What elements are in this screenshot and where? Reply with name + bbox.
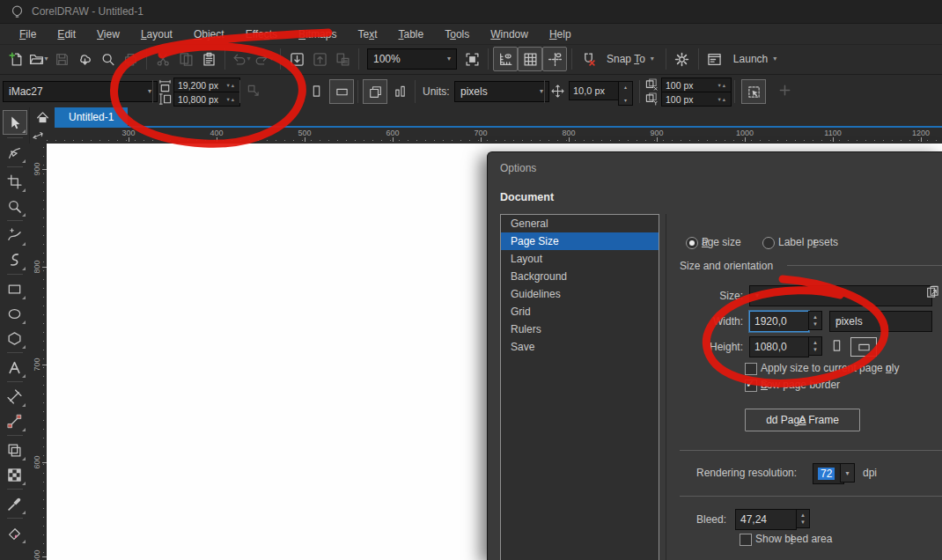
show-bleed-area-checkbox[interactable]: [740, 534, 752, 546]
portrait-orientation-button[interactable]: [305, 79, 327, 102]
page-height-field[interactable]: 10,800 px▾▴: [173, 92, 240, 107]
add-page-frame-button[interactable]: Add Page Frame: [745, 409, 860, 431]
options-nav-page-size[interactable]: Page Size: [501, 232, 659, 250]
landscape-orientation-button[interactable]: [329, 79, 354, 104]
duplicate-y-icon: [645, 92, 659, 106]
page-width-field[interactable]: 19,200 px▾▴: [173, 77, 240, 92]
menu-view[interactable]: View: [86, 28, 130, 41]
units-value: pixels: [460, 85, 488, 98]
bleed-field[interactable]: 47,24: [735, 509, 797, 530]
page-from-printer-icon[interactable]: [926, 285, 942, 302]
landscape-button[interactable]: [850, 337, 877, 357]
page-size-radio[interactable]: [686, 237, 698, 249]
freehand-icon: [7, 228, 22, 243]
ellipse-tool[interactable]: [4, 302, 26, 325]
duplicate-x-field[interactable]: 100 px▾▴: [661, 77, 732, 92]
menu-text[interactable]: Text: [347, 28, 387, 41]
crop-tool[interactable]: [4, 170, 26, 193]
menu-layout[interactable]: Layout: [130, 28, 183, 41]
pick-tool[interactable]: [3, 110, 27, 135]
toggle-grid-button[interactable]: [518, 47, 542, 71]
menu-edit[interactable]: Edit: [47, 28, 86, 41]
paste-button[interactable]: [197, 48, 220, 70]
horizontal-ruler[interactable]: 300400500600700800900100011001200: [29, 128, 942, 144]
options-launcher-button[interactable]: [671, 48, 694, 70]
open-button[interactable]: ▾: [27, 48, 50, 70]
toolbox-group-divider: [7, 137, 23, 138]
options-nav-guidelines[interactable]: Guidelines: [501, 285, 659, 303]
width-spinner[interactable]: ▲▼: [808, 311, 822, 330]
new-document-button[interactable]: [4, 48, 27, 70]
menu-help[interactable]: Help: [539, 28, 582, 41]
show-bleed-area-label[interactable]: Show bleed area: [755, 533, 832, 545]
duplicate-y-field[interactable]: 100 px▾▴: [661, 92, 732, 107]
menu-window[interactable]: Window: [480, 28, 539, 41]
launch-dropdown[interactable]: Launch▾: [726, 53, 784, 65]
show-page-border-checkbox[interactable]: ✓: [745, 379, 757, 392]
width-field[interactable]: 1920,0: [749, 311, 809, 332]
import-button[interactable]: [285, 48, 308, 70]
snap-toggle-button[interactable]: [577, 48, 600, 70]
page-size-radio-label[interactable]: Page size: [702, 236, 741, 248]
zoom-level-value: 100%: [373, 53, 401, 65]
zoom-level-combo[interactable]: 100%▾: [367, 48, 457, 70]
options-nav-background[interactable]: Background: [501, 268, 659, 285]
options-nav-layout[interactable]: Layout: [501, 250, 659, 268]
toggle-guidelines-button[interactable]: [542, 47, 567, 71]
snap-to-dropdown[interactable]: Snap To▾: [600, 53, 661, 65]
polygon-tool[interactable]: [4, 327, 26, 350]
options-nav-rulers[interactable]: Rulers: [501, 321, 659, 338]
interactive-fill-tool[interactable]: [4, 521, 26, 544]
label-presets-radio[interactable]: [762, 237, 775, 249]
height-field[interactable]: 1080,0: [749, 336, 809, 357]
print-icon: [123, 52, 138, 67]
document-tab[interactable]: Untitled-1: [55, 107, 128, 126]
menu-file[interactable]: File: [9, 28, 47, 41]
facing-pages-button[interactable]: [388, 79, 411, 102]
hruler-label-900: 900: [650, 129, 663, 137]
bleed-spinner[interactable]: ▲▼: [796, 509, 810, 528]
portrait-button[interactable]: [828, 334, 845, 357]
toggle-rulers-button[interactable]: [493, 47, 518, 71]
options-nav-grid[interactable]: Grid: [501, 303, 659, 321]
treat-as-filled-button[interactable]: [741, 79, 766, 104]
drop-shadow-tool[interactable]: [4, 438, 26, 461]
menu-table[interactable]: Table: [388, 28, 435, 41]
options-nav-save[interactable]: Save: [501, 338, 659, 356]
color-eyedropper-tool[interactable]: [4, 492, 26, 515]
artistic-media-tool[interactable]: [4, 248, 26, 271]
zoom-tool[interactable]: [4, 195, 26, 217]
get-content-button[interactable]: [73, 48, 96, 70]
freehand-tool[interactable]: [4, 224, 26, 247]
label-presets-radio-label[interactable]: Label presets: [778, 236, 838, 248]
width-units-combo[interactable]: pixels ▾: [829, 311, 932, 332]
launch-button-button[interactable]: [703, 48, 726, 70]
all-pages-button[interactable]: [363, 79, 387, 104]
nudge-spinner[interactable]: ▴▾: [618, 81, 633, 106]
transparency-tool[interactable]: [4, 463, 26, 486]
welcome-home-button[interactable]: [32, 108, 53, 126]
menu-bitmaps[interactable]: Bitmaps: [288, 28, 347, 41]
show-page-border-label[interactable]: Show page border: [761, 379, 840, 391]
search-button[interactable]: [96, 48, 119, 70]
rendering-resolution-dropdown[interactable]: ▾: [840, 463, 855, 483]
full-screen-preview-button[interactable]: [460, 48, 483, 70]
options-nav-general[interactable]: General: [501, 215, 659, 232]
dimension-icon: [7, 389, 22, 404]
text-tool[interactable]: [4, 356, 26, 379]
parallel-dimension-tool[interactable]: [4, 385, 26, 408]
rectangle-tool[interactable]: [4, 277, 26, 300]
shape-tool[interactable]: [4, 141, 26, 164]
menu-tools[interactable]: Tools: [434, 28, 480, 41]
vertical-ruler[interactable]: 900800700600500: [29, 144, 48, 560]
apply-current-page-checkbox[interactable]: [745, 363, 757, 375]
connector-tool[interactable]: [4, 409, 26, 432]
height-spinner[interactable]: ▲▼: [808, 336, 822, 356]
apply-current-page-label[interactable]: Apply size to current page only: [761, 362, 899, 374]
menu-object[interactable]: Object: [183, 28, 235, 41]
units-combo[interactable]: pixels ▾: [454, 81, 549, 102]
size-combo[interactable]: ▾: [749, 285, 932, 306]
nudge-field[interactable]: 10,0 px: [569, 81, 625, 100]
page-preset-combo[interactable]: iMac27 ▾: [3, 81, 158, 102]
menu-effects[interactable]: Effects: [235, 28, 288, 41]
